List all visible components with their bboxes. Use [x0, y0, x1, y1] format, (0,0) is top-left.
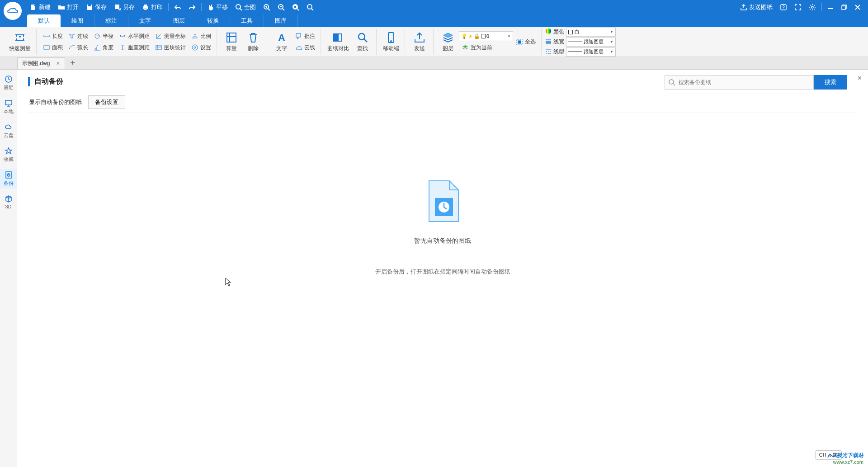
length-button[interactable]: 长度: [40, 32, 66, 41]
hdist-button[interactable]: 水平测距: [116, 32, 152, 41]
add-tab-button[interactable]: +: [66, 58, 80, 68]
svg-rect-5: [144, 5, 147, 6]
quick-measure-label: 快速测量: [9, 45, 31, 52]
text-button[interactable]: A文字: [271, 30, 292, 53]
send-icon: [413, 31, 426, 44]
sidebar-item-favorites[interactable]: 收藏: [0, 145, 17, 165]
svg-point-20: [194, 47, 196, 48]
tab-convert[interactable]: 转换: [196, 14, 230, 27]
zoom-window-button[interactable]: [288, 0, 303, 14]
zoom-out-icon: [278, 4, 285, 11]
document-tab-name: 示例图.dwg: [22, 60, 50, 67]
zoom-out-button[interactable]: [274, 0, 288, 14]
save-label: 保存: [95, 3, 107, 11]
chevron-down-icon: ▼: [610, 50, 613, 54]
minimize-button[interactable]: [824, 0, 837, 14]
fullscreen-icon: [794, 4, 802, 11]
fullscreen-button[interactable]: [791, 0, 805, 14]
tab-tools[interactable]: 工具: [230, 14, 264, 27]
angle-button[interactable]: 角度: [91, 43, 116, 52]
blockstat-label: 图块统计: [164, 44, 186, 52]
sidebar-item-backup[interactable]: 备份: [0, 169, 17, 189]
tab-gallery[interactable]: 图库: [264, 14, 298, 27]
blockstat-button[interactable]: 图块统计: [152, 43, 189, 52]
layers-icon: [442, 31, 454, 44]
tab-draw[interactable]: 绘图: [61, 14, 94, 27]
tab-annotate[interactable]: 标注: [94, 14, 128, 27]
select-all-button[interactable]: 全选: [513, 37, 538, 47]
tab-show-backup[interactable]: 显示自动备份的图纸: [28, 96, 83, 108]
radius-button[interactable]: 半径: [91, 32, 116, 41]
save-icon: [86, 4, 93, 11]
find-button[interactable]: 查找: [352, 30, 373, 53]
svg-rect-11: [294, 5, 297, 8]
open-button[interactable]: 打开: [54, 0, 82, 14]
empty-file-icon: [418, 176, 467, 226]
settings-ribbon-button[interactable]: 设置: [189, 43, 214, 52]
print-button[interactable]: 打印: [138, 0, 166, 14]
help-button[interactable]: ?: [776, 0, 791, 14]
undo-button[interactable]: [170, 0, 185, 14]
full-view-button[interactable]: 全图: [231, 0, 259, 14]
empty-subtitle: 开启备份后，打开图纸在指定间隔时间自动备份图纸: [375, 268, 510, 276]
tab-layer[interactable]: 图层: [162, 14, 196, 27]
sidebar-item-3d[interactable]: 3D: [0, 193, 17, 211]
ratio-button[interactable]: 比例: [189, 32, 214, 41]
tab-backup-settings[interactable]: 备份设置: [88, 95, 125, 109]
sidebar-item-recent[interactable]: 最近: [0, 73, 17, 93]
arc-button[interactable]: 弧长: [66, 43, 91, 52]
quick-measure-button[interactable]: 快速测量: [6, 30, 33, 53]
close-button[interactable]: [851, 0, 864, 14]
text-icon: A: [275, 31, 288, 44]
coord-button[interactable]: 测量坐标: [152, 32, 189, 41]
pan-label: 平移: [216, 3, 228, 11]
sidebar-item-cloud[interactable]: 云盘: [0, 121, 17, 141]
saveas-button[interactable]: 另存: [110, 0, 138, 14]
set-current-button[interactable]: 置为当前: [459, 43, 513, 52]
search-button[interactable]: 搜索: [814, 75, 847, 90]
layer-button[interactable]: 图层: [437, 30, 459, 53]
annotate-label: 批注: [304, 33, 315, 40]
annotate-button[interactable]: 批注: [292, 32, 318, 41]
linetype-select[interactable]: 跟随图层▼: [566, 47, 616, 57]
ratio-icon: [191, 33, 198, 40]
close-panel-button[interactable]: ×: [858, 74, 862, 82]
zoom-extent-icon: [235, 4, 242, 11]
sidebar-label: 最近: [4, 84, 14, 91]
svg-rect-22: [227, 33, 236, 42]
save-button[interactable]: 保存: [82, 0, 110, 14]
lineweight-select[interactable]: 跟随图层▼: [566, 38, 616, 47]
sidebar-item-local[interactable]: 本地: [0, 97, 17, 117]
zoom-select-button[interactable]: [303, 0, 317, 14]
linetype-icon: [545, 48, 552, 56]
new-button[interactable]: 新建: [26, 0, 54, 14]
continuous-button[interactable]: 连续: [66, 32, 91, 41]
calc-button[interactable]: 算量: [221, 30, 242, 53]
chevron-down-icon: ▼: [610, 30, 613, 34]
document-tab[interactable]: 示例图.dwg ×: [17, 57, 65, 69]
color-select[interactable]: 白▼: [566, 28, 616, 37]
sidebar-label: 收藏: [4, 156, 14, 163]
compare-button[interactable]: 图纸对比: [325, 30, 352, 53]
mobile-button[interactable]: 移动端: [380, 30, 402, 53]
send-drawing-button[interactable]: 发送图纸: [736, 0, 776, 14]
tab-default[interactable]: 默认: [27, 14, 61, 27]
hand-icon: [207, 4, 214, 11]
layer-select[interactable]: 💡 ☀ 🔒 0 ▼: [459, 31, 513, 41]
saveas-label: 另存: [123, 3, 135, 11]
redo-button[interactable]: [185, 0, 199, 14]
settings-button[interactable]: [805, 0, 820, 14]
close-tab-button[interactable]: ×: [56, 60, 60, 67]
vdist-button[interactable]: 垂直测距: [116, 43, 152, 52]
svg-point-7: [236, 5, 241, 9]
search-input[interactable]: [665, 75, 814, 90]
zoom-in-button[interactable]: [259, 0, 274, 14]
delete-button[interactable]: 删除: [242, 30, 264, 53]
tab-text[interactable]: 文字: [128, 14, 162, 27]
area-button[interactable]: 面积: [40, 43, 66, 52]
cloud-button[interactable]: 云线: [292, 43, 318, 52]
pan-button[interactable]: 平移: [203, 0, 231, 14]
watermark-text: 极光下载站: [836, 452, 863, 458]
send-button[interactable]: 发送: [409, 30, 430, 53]
maximize-button[interactable]: [837, 0, 851, 14]
